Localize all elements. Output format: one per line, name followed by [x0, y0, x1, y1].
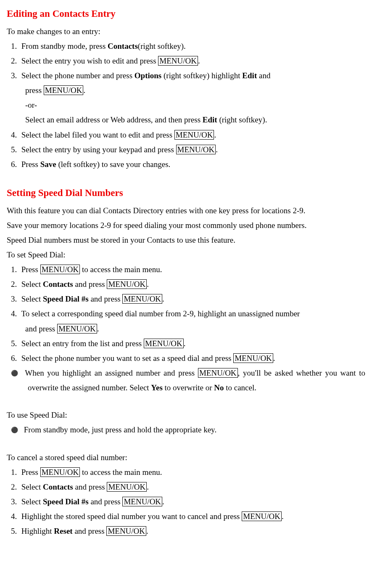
list-item: 3. Select Speed Dial #s and press MENU/O…: [7, 291, 365, 306]
step-text: (right softkey) highlight: [161, 71, 242, 80]
list-item: 4. To select a corresponding speed dial …: [7, 306, 365, 336]
list-item: 4. Highlight the stored speed dial numbe…: [7, 509, 365, 524]
step-text: Select an email address or Web address, …: [25, 115, 203, 124]
use-speed-dial-heading: To use Speed Dial:: [7, 408, 365, 422]
step-text: Select an entry from the list and press: [21, 339, 144, 348]
section-title-editing: Editing an Contacts Entry: [7, 5, 365, 23]
menu-ok-key: MENU/OK: [44, 85, 84, 95]
section2-set-steps: 1. Press MENU/OK to access the main menu…: [7, 262, 365, 366]
step-text: .: [97, 324, 99, 333]
section2-note-bullet: ⚫ When you highlight an assigned number …: [7, 366, 365, 395]
bold-speed-dial: Speed Dial #s: [43, 294, 89, 303]
list-item: ⚫ When you highlight an assigned number …: [7, 366, 365, 395]
step-text: .: [184, 339, 186, 348]
section2-cancel-steps: 1. Press MENU/OK to access the main menu…: [7, 465, 365, 539]
step-text: press: [25, 86, 44, 95]
list-item: 2. Select Contacts and press MENU/OK.: [7, 277, 365, 291]
list-item: 1. Press MENU/OK to access the main menu…: [7, 465, 365, 479]
bullet-text: to overwrite or: [163, 383, 214, 392]
step-number: 3.: [11, 68, 19, 83]
step-number: 5.: [11, 524, 19, 538]
step-text: Press: [21, 468, 40, 477]
step-text: .: [147, 482, 149, 491]
menu-ok-key: MENU/OK: [122, 294, 162, 304]
step-text: .: [146, 527, 148, 535]
step-text: and press: [89, 497, 123, 506]
list-item: 4. Select the label filed you want to ed…: [7, 127, 365, 142]
step-text: Select the entry by using your keypad an…: [21, 145, 176, 154]
menu-ok-key: MENU/OK: [176, 145, 216, 154]
step-text: (right softkey).: [138, 42, 186, 50]
step-number: 1.: [11, 262, 19, 277]
step-number: 1.: [11, 465, 19, 479]
section1-steps: 1. From standby mode, press Contacts(rig…: [7, 39, 365, 172]
menu-ok-key: MENU/OK: [158, 56, 198, 66]
list-item: 6. Select the phone number you want to s…: [7, 351, 365, 366]
step-text: and press: [89, 294, 123, 303]
step-number: 2.: [11, 277, 19, 291]
step-number: 2.: [11, 53, 19, 68]
step-text: To select a corresponding speed dial num…: [21, 309, 300, 318]
list-item: 2. Select the entry you wish to edit and…: [7, 53, 365, 68]
list-item: 3. Select Speed Dial #s and press MENU/O…: [7, 494, 365, 509]
menu-ok-key: MENU/OK: [40, 265, 80, 274]
step-text: .: [282, 512, 284, 521]
step-text: Select: [21, 482, 43, 491]
list-item: 2. Select Contacts and press MENU/OK.: [7, 479, 365, 494]
step-text: Select: [21, 280, 43, 289]
step-text: Highlight: [21, 527, 54, 535]
step-text: Highlight the stored speed dial number y…: [21, 512, 242, 521]
bold-contacts: Contacts: [108, 42, 138, 50]
bold-contacts: Contacts: [43, 280, 73, 289]
step-text: Select: [21, 497, 43, 506]
step-text: From standby mode, press: [21, 42, 108, 50]
step-text: and press: [73, 280, 107, 289]
step-text: and press: [73, 482, 107, 491]
cancel-speed-dial-heading: To cancel a stored speed dial number:: [7, 450, 365, 465]
list-item: 1. Press MENU/OK to access the main menu…: [7, 262, 365, 277]
step-text: and press: [25, 324, 57, 333]
step-number: 2.: [11, 479, 19, 494]
list-item: 5. Select an entry from the list and pre…: [7, 336, 365, 351]
step-number: 3.: [11, 494, 19, 509]
list-item: ⚫ From standby mode, just press and hold…: [7, 422, 365, 437]
section1-intro: To make changes to an entry:: [7, 24, 365, 39]
section-title-speed-dial: Setting Speed Dial Numbers: [7, 184, 365, 202]
step-text: .: [198, 56, 200, 65]
step-number: 4.: [11, 127, 19, 142]
section2-p1: With this feature you can dial Contacts …: [7, 203, 365, 218]
bullet-icon: ⚫: [11, 368, 22, 379]
list-item: 6. Press Save (left softkey) to save you…: [7, 157, 365, 172]
bold-speed-dial: Speed Dial #s: [43, 497, 89, 506]
bold-contacts: Contacts: [43, 482, 73, 491]
step-number: 6.: [11, 157, 19, 172]
step-text: Select the label filed you want to edit …: [21, 130, 174, 139]
step-text: .: [147, 280, 149, 289]
bold-no: No: [214, 383, 224, 392]
list-item: 5. Highlight Reset and press MENU/OK.: [7, 524, 365, 538]
menu-ok-key: MENU/OK: [40, 467, 80, 477]
menu-ok-key: MENU/OK: [107, 482, 147, 492]
step-text: .: [162, 497, 164, 506]
list-item: 3. Select the phone number and press Opt…: [7, 68, 365, 127]
or-text: -or-: [25, 98, 365, 112]
bullet-text: to cancel.: [224, 383, 256, 392]
menu-ok-key: MENU/OK: [198, 368, 238, 378]
step-text: Press: [21, 265, 40, 274]
menu-ok-key: MENU/OK: [57, 324, 97, 334]
step-number: 4.: [11, 509, 19, 524]
menu-ok-key: MENU/OK: [107, 279, 147, 289]
step-number: 3.: [11, 291, 19, 306]
step-text: .: [214, 130, 216, 139]
bullet-text: When you highlight an assigned number an…: [25, 368, 198, 377]
menu-ok-key: MENU/OK: [122, 497, 162, 506]
step-number: 4.: [11, 306, 19, 321]
step-text: Press: [21, 160, 40, 169]
step-text: .: [273, 354, 275, 363]
step-number: 6.: [11, 351, 19, 366]
step-text: Select the phone number and press: [21, 71, 135, 80]
bold-save: Save: [40, 160, 56, 169]
step-number: 5.: [11, 336, 19, 351]
menu-ok-key: MENU/OK: [144, 339, 184, 348]
menu-ok-key: MENU/OK: [106, 526, 146, 536]
